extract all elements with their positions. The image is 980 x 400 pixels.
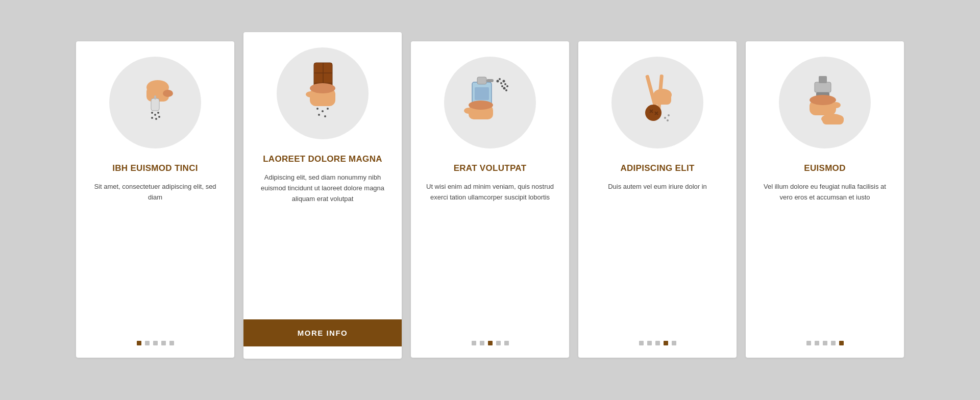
svg-point-22 (324, 115, 326, 117)
card-4-title: ADIPISCING ELIT (620, 163, 694, 174)
svg-rect-26 (486, 79, 494, 82)
svg-point-21 (318, 114, 320, 116)
svg-point-56 (831, 102, 841, 108)
svg-point-28 (469, 101, 493, 110)
svg-point-19 (322, 110, 324, 112)
card-2-icon-circle (277, 47, 369, 139)
svg-rect-58 (822, 115, 844, 124)
card-2-title: LAOREET DOLORE MAGNA (263, 154, 382, 165)
card-1-title: IBH EUISMOD TINCI (112, 163, 198, 174)
dot-1-5 (169, 341, 174, 345)
dot-5-3 (823, 341, 827, 345)
dot-3-1 (472, 341, 476, 345)
svg-point-8 (151, 117, 153, 119)
card-5-body: Vel illum dolore eu feugiat nulla facili… (758, 182, 892, 327)
svg-point-35 (504, 83, 506, 85)
card-1-dots (137, 341, 174, 345)
svg-point-9 (155, 118, 157, 120)
svg-point-33 (503, 80, 505, 83)
card-4: ADIPISCING ELIT Duis autem vel eum iriur… (578, 41, 737, 358)
card-3-title: ERAT VOLUTPAT (454, 163, 527, 174)
card-2-body: Adipiscing elit, sed diam nonummy nibh e… (256, 172, 389, 305)
svg-point-30 (497, 80, 499, 83)
dot-5-4 (831, 341, 836, 345)
dot-1-2 (145, 341, 150, 345)
svg-rect-24 (475, 87, 489, 100)
salt-shaker-icon (125, 69, 186, 136)
svg-rect-3 (151, 98, 159, 111)
card-5-icon-circle (779, 57, 871, 148)
svg-point-2 (163, 90, 173, 97)
card-3-body: Ut wisi enim ad minim veniam, quis nostr… (423, 182, 557, 327)
spray-bottle-icon (457, 69, 523, 136)
dot-4-4 (664, 341, 668, 345)
svg-rect-47 (653, 93, 671, 105)
card-5: EUISMOD Vel illum dolore eu feugiat null… (746, 41, 904, 358)
dot-4-5 (672, 341, 676, 345)
svg-point-48 (664, 117, 666, 119)
card-2: LAOREET DOLORE MAGNA Adipiscing elit, se… (243, 32, 402, 359)
svg-point-38 (505, 89, 507, 91)
card-1: IBH EUISMOD TINCI Sit amet, consectetuer… (76, 41, 234, 358)
card-3: ERAT VOLUTPAT Ut wisi enim ad minim veni… (411, 41, 569, 358)
svg-point-6 (154, 114, 156, 116)
dot-4-3 (655, 341, 660, 345)
svg-point-49 (668, 114, 670, 116)
svg-point-31 (500, 82, 502, 84)
cards-container: IBH EUISMOD TINCI Sit amet, consectetuer… (45, 21, 935, 379)
chocolate-bar-icon (297, 58, 348, 129)
svg-point-20 (327, 108, 329, 110)
card-3-icon-circle (444, 57, 536, 148)
card-5-dots (806, 341, 844, 345)
dot-3-4 (496, 341, 501, 345)
svg-point-7 (157, 112, 159, 114)
chopsticks-icon (624, 69, 691, 136)
card-4-icon-circle (611, 57, 703, 148)
svg-point-18 (316, 108, 318, 110)
dot-1-1 (137, 341, 141, 345)
svg-point-10 (158, 116, 160, 118)
svg-rect-4 (154, 95, 156, 99)
card-5-title: EUISMOD (804, 163, 845, 174)
svg-point-36 (503, 87, 506, 90)
svg-point-5 (151, 112, 153, 114)
svg-rect-52 (819, 76, 827, 83)
dot-5-1 (806, 341, 811, 345)
card-3-dots (472, 341, 509, 345)
svg-point-37 (506, 85, 508, 87)
svg-point-41 (645, 105, 662, 121)
dot-4-2 (647, 341, 652, 345)
card-4-body: Duis autem vel eum iriure dolor in (608, 182, 707, 327)
card-4-dots (639, 341, 676, 345)
card-1-icon-circle (109, 57, 201, 148)
svg-point-55 (810, 95, 836, 105)
dot-1-4 (161, 341, 166, 345)
dot-5-5 (839, 341, 844, 345)
more-info-button[interactable]: MORE INFO (243, 319, 402, 346)
card-1-body: Sit amet, consectetuer adipiscing elit, … (88, 182, 222, 327)
svg-rect-51 (815, 82, 831, 92)
svg-point-17 (306, 91, 316, 97)
stamp-icon (792, 69, 858, 136)
dot-1-3 (153, 341, 158, 345)
svg-point-29 (464, 108, 473, 114)
dot-3-5 (504, 341, 509, 345)
svg-point-34 (501, 85, 503, 87)
svg-rect-25 (477, 77, 486, 84)
dot-5-2 (815, 341, 819, 345)
svg-point-32 (499, 78, 501, 80)
dot-3-3 (488, 341, 493, 345)
dot-3-2 (480, 341, 484, 345)
svg-point-50 (667, 119, 669, 121)
dot-4-1 (639, 341, 644, 345)
